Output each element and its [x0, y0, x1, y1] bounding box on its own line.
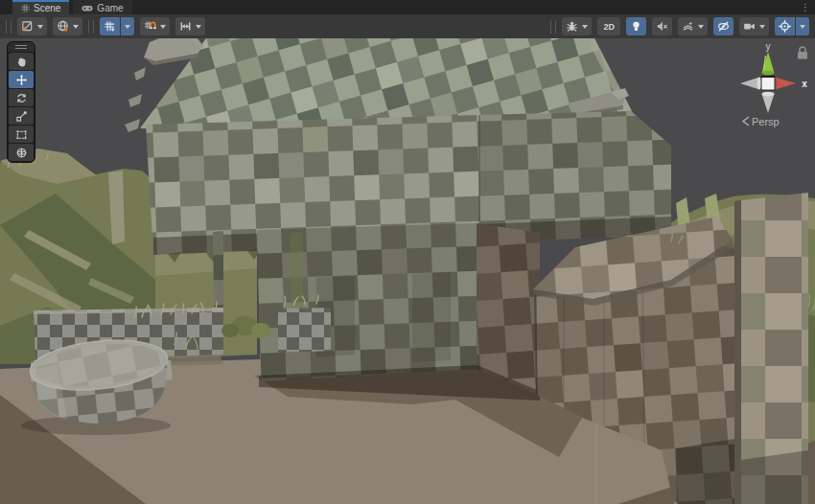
scene-gizmo[interactable]: y x: [713, 40, 814, 136]
tab-bar: Scene Game ⋮: [0, 0, 815, 14]
move-tool-button[interactable]: [9, 71, 34, 88]
x-axis-label: x: [802, 79, 807, 89]
gizmos-menu[interactable]: [796, 17, 809, 35]
hand-icon: [15, 56, 28, 68]
lightbulb-icon: [630, 20, 642, 33]
toolbar-right-group: 2D: [550, 17, 809, 35]
scene-viewport[interactable]: y x: [0, 38, 815, 504]
chevron-down-icon: [759, 25, 765, 29]
tab-game-label: Game: [97, 3, 123, 13]
snap-increment-icon: [179, 20, 192, 33]
tool-handle-position-dropdown[interactable]: [17, 17, 47, 35]
projection-label: Persp: [752, 116, 780, 127]
scene-visibility-button[interactable]: [713, 17, 734, 35]
grid-icon: [21, 4, 30, 12]
audio-muted-icon: [656, 20, 668, 33]
gizmos-dropdown[interactable]: [775, 17, 809, 35]
bush: [251, 323, 270, 338]
scene-debug-dropdown[interactable]: [562, 17, 592, 35]
snap-increment-dropdown[interactable]: [175, 17, 205, 35]
scene-effects-dropdown[interactable]: [678, 17, 708, 35]
chevron-down-icon: [125, 25, 130, 29]
bush: [221, 324, 239, 337]
scene-render[interactable]: [0, 38, 815, 504]
gizmos-toggle[interactable]: [775, 17, 795, 35]
grid-visibility-icon: [104, 20, 116, 33]
camera-icon: [743, 20, 756, 33]
magnet-icon: [144, 20, 156, 33]
grid-axis-dropdown[interactable]: [121, 17, 134, 35]
tool-handle-rotation-dropdown[interactable]: [53, 17, 82, 35]
bug-icon: [566, 20, 578, 33]
scene-toolbar: 2D: [0, 14, 815, 38]
mode-2d-button[interactable]: 2D: [597, 17, 620, 35]
grid-visibility-toggle[interactable]: [100, 17, 120, 35]
y-axis-label: y: [766, 41, 771, 52]
tool-palette: [7, 41, 35, 163]
y-axis-cone[interactable]: [762, 52, 775, 75]
chevron-down-icon: [582, 25, 588, 29]
grid-snapping-dropdown[interactable]: [140, 17, 170, 35]
chevron-down-icon: [160, 25, 166, 29]
chevron-down-icon: [37, 25, 43, 29]
palette-drag-handle[interactable]: [8, 42, 35, 52]
view-tool-button[interactable]: [9, 53, 34, 70]
unity-scene-view-window: Scene Game ⋮: [0, 0, 815, 504]
chevron-down-icon: [698, 25, 704, 29]
checkered-column[interactable]: [734, 193, 808, 504]
toolbar-separator: [550, 20, 556, 34]
x-axis-cone[interactable]: [773, 78, 796, 90]
tab-game[interactable]: Game: [73, 0, 131, 14]
rotate-tool-button[interactable]: [9, 89, 34, 106]
projection-toggle[interactable]: Persp: [743, 116, 780, 127]
scene-audio-button[interactable]: [652, 17, 672, 35]
globe-icon: [57, 20, 69, 33]
gizmos-target-icon: [779, 20, 791, 33]
tab-scene-label: Scene: [34, 3, 60, 13]
scale-tool-button[interactable]: [9, 107, 34, 125]
chevron-down-icon: [196, 25, 201, 29]
negative-y-axis-cone[interactable]: [762, 92, 775, 113]
pivot-icon: [21, 20, 34, 33]
negative-x-axis-cone[interactable]: [740, 78, 761, 90]
scene-camera-dropdown[interactable]: [739, 17, 769, 35]
transform-sphere-icon: [15, 147, 28, 159]
gizmo-center-cube[interactable]: [761, 77, 775, 90]
chevron-down-icon: [800, 25, 805, 29]
grid-visibility-dropdown[interactable]: [100, 17, 134, 35]
move-arrows-icon: [15, 74, 28, 86]
eye-hidden-icon: [717, 20, 730, 33]
toolbar-drag-handle[interactable]: [6, 20, 12, 34]
mode-2d-label: 2D: [601, 22, 617, 32]
effects-icon: [682, 20, 694, 33]
gamepad-icon: [82, 4, 93, 12]
transform-tool-button[interactable]: [9, 144, 34, 161]
kebab-menu-icon[interactable]: ⋮: [801, 0, 810, 14]
rect-corners-icon: [15, 128, 28, 141]
scale-icon: [15, 110, 28, 123]
rotate-arrows-icon: [15, 92, 28, 104]
tab-scene[interactable]: Scene: [12, 0, 69, 14]
scene-lighting-button[interactable]: [626, 17, 646, 35]
rect-tool-button[interactable]: [9, 126, 34, 143]
padlock-icon[interactable]: [798, 47, 807, 59]
toolbar-separator: [88, 20, 94, 34]
chevron-down-icon: [73, 25, 79, 29]
